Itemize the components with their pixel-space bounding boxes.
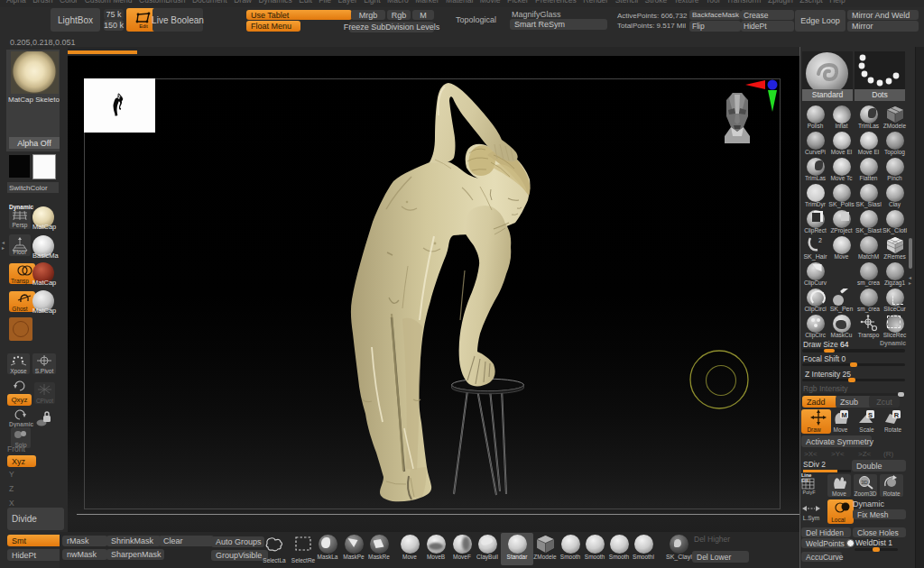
svg-text:Edit: Edit bbox=[139, 23, 148, 29]
svg-text:2: 2 bbox=[818, 237, 822, 243]
svg-text:S: S bbox=[868, 411, 873, 419]
svg-text:M: M bbox=[841, 411, 846, 419]
svg-text:3D: 3D bbox=[861, 480, 868, 485]
svg-text:R: R bbox=[894, 411, 900, 419]
